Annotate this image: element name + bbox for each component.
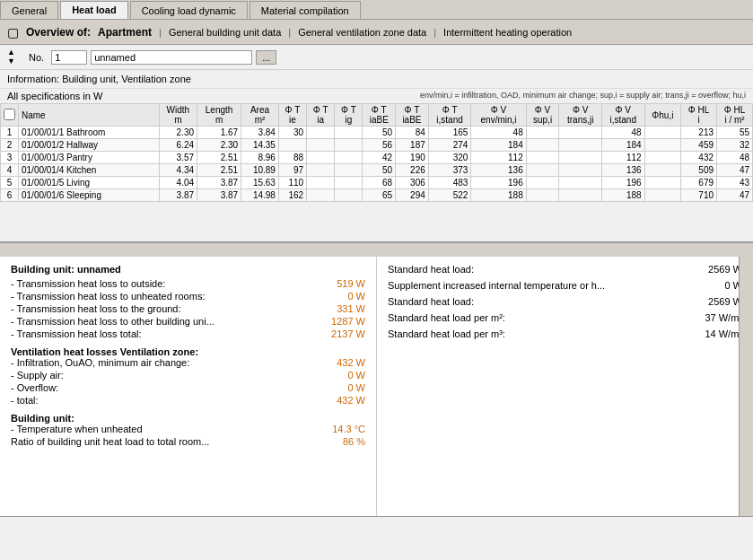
table-row: 101/00/01/1 Bathroom2.301.673.8430508416… <box>1 127 753 139</box>
table-row: 501/00/01/5 Living4.043.8715.63110683064… <box>1 177 753 189</box>
table-cell: 483 <box>428 177 471 189</box>
table-cell: 2.30 <box>159 127 197 139</box>
legend-text: env/min,i = infiltration, OAD, minimum a… <box>420 91 746 101</box>
col-t-ig-header: Φ Tig <box>335 104 363 127</box>
table-cell: 01/00/01/1 Bathroom <box>19 127 160 139</box>
select-all-checkbox[interactable] <box>4 109 15 120</box>
table-cell: 432 <box>681 152 717 164</box>
table-cell: 48 <box>471 127 526 139</box>
tab-material[interactable]: Material compilation <box>250 1 361 19</box>
table-cell: 136 <box>601 164 644 177</box>
header-prefix: Overview of: <box>26 26 91 39</box>
label-t-outside: - Transmission heat loss to outside: <box>11 278 165 289</box>
table-cell <box>335 177 363 189</box>
val-temp-unheated: 14.3 °C <box>332 424 365 434</box>
nav-up[interactable]: ▲ <box>7 48 25 57</box>
header-link-3[interactable]: Intermittent heating operation <box>443 27 572 38</box>
table-cell <box>526 127 559 139</box>
main-content: All specifications in W env/min,i = infi… <box>0 89 753 560</box>
row-supplement: Supplement increased internal temperatur… <box>388 280 742 291</box>
table-cell <box>559 152 602 164</box>
tab-general[interactable]: General <box>0 1 58 19</box>
table-cell: 162 <box>278 189 306 202</box>
table-cell: 68 <box>363 177 396 189</box>
table-cell: 55 <box>717 127 753 139</box>
table-cell: 4 <box>1 164 19 177</box>
row-std-hl2: Standard heat load: 2569 W <box>388 296 742 307</box>
table-cell: 294 <box>396 189 429 202</box>
table-cell: 01/00/01/3 Pantry <box>19 152 160 164</box>
table-cell: 48 <box>601 127 644 139</box>
no-input[interactable] <box>51 50 87 65</box>
val-t-total: 2137 W <box>331 328 365 339</box>
toolbar: ▲ ▼ No. ... <box>0 45 753 70</box>
col-v-env-header: Φ Venv/min,i <box>471 104 526 127</box>
more-button[interactable]: ... <box>256 50 276 65</box>
label-vent-total: - total: <box>11 395 39 406</box>
table-cell: 4.04 <box>159 177 197 189</box>
table-cell: 306 <box>396 177 429 189</box>
table-cell: 679 <box>681 177 717 189</box>
table-cell: 3.84 <box>241 127 279 139</box>
table-cell <box>307 164 335 177</box>
table-cell <box>559 177 602 189</box>
val-t-unheated: 0 W <box>347 291 365 302</box>
nav-down[interactable]: ▼ <box>7 57 25 66</box>
header-link-1[interactable]: General building unit data <box>169 27 281 38</box>
table-cell: 459 <box>681 139 717 152</box>
building-unit-section: Building unit: - Temperature when unheat… <box>11 413 365 447</box>
table-cell: 112 <box>471 152 526 164</box>
val-supply: 0 W <box>347 370 365 381</box>
row-t-unheated: - Transmission heat loss to unheated roo… <box>11 291 365 302</box>
horizontal-scrollbar[interactable] <box>0 242 753 257</box>
table-cell <box>307 139 335 152</box>
table-cell <box>526 152 559 164</box>
row-std-hl-m3: Standard heat load per m³: 14 W/m³ <box>388 328 742 339</box>
table-cell: 01/00/01/5 Living <box>19 177 160 189</box>
label-temp-unheated: - Temperature when unheated <box>11 424 143 434</box>
table-cell: 184 <box>601 139 644 152</box>
val-overflow: 0 W <box>347 382 365 393</box>
table-cell <box>335 189 363 202</box>
table-cell: 1.67 <box>197 127 241 139</box>
summary-left: Building unit: unnamed - Transmission he… <box>0 257 377 516</box>
col-v-istand-header: Φ Vi,stand <box>601 104 644 127</box>
row-infiltration: - Infiltration, OuAO, minimum air change… <box>11 357 365 368</box>
table-cell: 30 <box>278 127 306 139</box>
table-cell <box>559 189 602 202</box>
table-cell <box>335 164 363 177</box>
table-cell: 3.87 <box>159 189 197 202</box>
label-supply: - Supply air: <box>11 370 64 381</box>
name-input[interactable] <box>91 50 252 65</box>
table-cell: 188 <box>471 189 526 202</box>
label-overflow: - Overflow: <box>11 382 58 393</box>
table-cell: 5 <box>1 177 19 189</box>
table-cell: 01/00/01/4 Kitchen <box>19 164 160 177</box>
table-cell <box>644 164 681 177</box>
table-cell: 97 <box>278 164 306 177</box>
info-bar: Information: Building unit, Ventilation … <box>0 70 753 89</box>
col-hl-header: Φ HLi <box>681 104 717 127</box>
label-t-other: - Transmission heat loss to other buildi… <box>11 316 215 327</box>
tab-cooling-load[interactable]: Cooling load dynamic <box>130 1 248 19</box>
table-cell: 213 <box>681 127 717 139</box>
val-t-other: 1287 W <box>331 316 365 327</box>
label-supplement: Supplement increased internal temperatur… <box>388 280 605 291</box>
summary-scrollbar[interactable] <box>739 257 753 516</box>
header-link-2[interactable]: General ventilation zone data <box>298 27 426 38</box>
col-t-istand-header: Φ Ti,stand <box>428 104 471 127</box>
no-label: No. <box>29 52 44 63</box>
col-t-ia-header: Φ Tia <box>307 104 335 127</box>
table-row: 401/00/01/4 Kitchen4.342.5110.8997502263… <box>1 164 753 177</box>
val-infiltration: 432 W <box>337 357 365 368</box>
label-std-hl2: Standard heat load: <box>388 296 474 307</box>
table-cell: 112 <box>601 152 644 164</box>
header-sep-3: | <box>433 27 436 38</box>
table-cell: 196 <box>601 177 644 189</box>
table-cell: 14.35 <box>241 139 279 152</box>
data-table: Name Widthm Lengthm Aream² Φ Tie Φ Tia Φ… <box>0 103 753 202</box>
table-cell: 190 <box>396 152 429 164</box>
val-std-hl: 2569 W <box>708 264 742 275</box>
data-table-container[interactable]: Name Widthm Lengthm Aream² Φ Tie Φ Tia Φ… <box>0 103 753 242</box>
tab-heat-load[interactable]: Heat load <box>60 1 128 19</box>
